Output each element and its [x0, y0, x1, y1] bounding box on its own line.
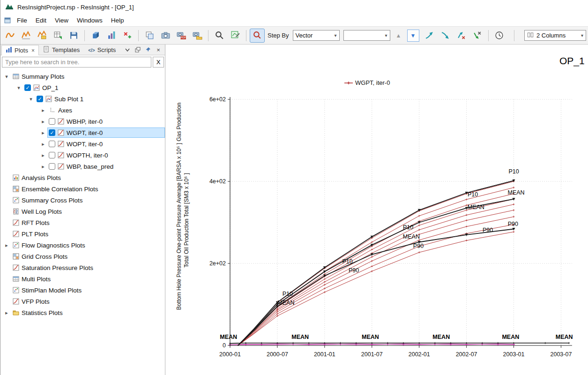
tree-item-label: Analysis Plots — [22, 174, 61, 181]
chevron-right-icon[interactable]: ▸ — [39, 119, 47, 125]
toolbar-separator — [84, 30, 85, 41]
chevron-down-icon[interactable] — [124, 46, 131, 53]
summary-plot-canvas[interactable]: P10MEANP10P90P10MEANP90P10MEANP90P10MEAN… — [165, 45, 588, 375]
svg-text:P10: P10 — [283, 291, 293, 297]
tree-item-sub-plot-1[interactable]: ▾✓Sub Plot 1 — [0, 93, 165, 105]
tree-item-rft-plots[interactable]: RFT Plots — [0, 217, 165, 228]
tree-item-wopt-iter-0[interactable]: ▸WOPT, iter-0 — [0, 138, 165, 150]
tree-item-analysis-plots[interactable]: Analysis Plots — [0, 172, 165, 183]
refresh-plots-icon[interactable] — [50, 29, 65, 43]
tree-item-summary-cross-plots[interactable]: Summary Cross Plots — [0, 195, 165, 206]
chevron-right-icon[interactable]: ▸ — [39, 107, 47, 113]
step-by-combobox[interactable]: Vector▾ — [293, 30, 340, 41]
menu-item-file[interactable]: File — [13, 15, 31, 26]
tree-item-summary-plots[interactable]: ▾Summary Plots — [0, 71, 165, 82]
chevron-right-icon[interactable]: ▸ — [2, 242, 11, 248]
checkbox-unchecked[interactable] — [49, 152, 55, 158]
tree-item-label: Statistics Plots — [22, 309, 63, 316]
tree-item-plt-plots[interactable]: PLT Plots — [0, 228, 165, 240]
svg-text:2000-01: 2000-01 — [219, 351, 241, 358]
save-project-icon[interactable] — [66, 29, 81, 43]
curve-filter-up-icon[interactable] — [454, 29, 469, 43]
tree-item-statistics-plots[interactable]: ▸Statistics Plots — [0, 307, 165, 318]
chevron-right-icon[interactable]: ▸ — [39, 141, 47, 147]
chevron-right-icon[interactable]: ▸ — [39, 152, 47, 158]
close-icon[interactable]: × — [155, 46, 162, 53]
tree-item-vfp-plots[interactable]: VFP Plots — [0, 296, 165, 307]
curve-editor-icon[interactable] — [228, 29, 243, 43]
chevron-down-icon[interactable]: ▾ — [15, 85, 23, 91]
clock-icon[interactable] — [492, 29, 507, 43]
tree-item-flow-diagnostics-plots[interactable]: ▸Flow Diagnostics Plots — [0, 240, 165, 251]
tree-item-saturation-pressure-plots[interactable]: Saturation Pressure Plots — [0, 262, 165, 273]
menu-item-view[interactable]: View — [51, 15, 73, 26]
snapshot-folder-icon[interactable] — [190, 29, 205, 43]
svg-text:MEAN: MEAN — [508, 189, 525, 196]
step-prev-button[interactable]: ▲ — [393, 30, 405, 42]
import-ensemble-icon[interactable] — [34, 29, 49, 43]
checkbox-unchecked[interactable] — [49, 163, 55, 170]
tab-scripts[interactable]: </>Scripts — [84, 45, 120, 55]
new-3d-view-icon[interactable] — [88, 29, 103, 43]
tab-close-icon[interactable]: × — [31, 47, 35, 54]
checkbox-checked[interactable]: ✓ — [24, 84, 31, 91]
checkbox-checked[interactable]: ✓ — [49, 129, 55, 136]
float-window-icon[interactable] — [134, 46, 141, 53]
curve-up-icon[interactable] — [422, 29, 437, 43]
tree-item-label: WBP, base_pred — [67, 163, 113, 170]
step-next-button[interactable]: ▼ — [407, 30, 419, 42]
chevron-right-icon[interactable]: ▸ — [39, 130, 47, 136]
tree-item-label: Summary Plots — [22, 73, 65, 80]
tree-item-wbp-base-pred[interactable]: ▸WBP, base_pred — [0, 161, 165, 172]
open-project-icon[interactable] — [2, 29, 17, 43]
import-summary-case-icon[interactable] — [18, 29, 33, 43]
tab-templates[interactable]: Templates — [39, 45, 84, 55]
chevron-right-icon[interactable]: ▸ — [39, 164, 47, 170]
tree-search-input[interactable] — [2, 57, 151, 68]
tree-item-wopth-iter-0[interactable]: ▸WOPTH, iter-0 — [0, 150, 165, 161]
menu-item-edit[interactable]: Edit — [31, 15, 51, 26]
tree-item-ensemble-correlation-plots[interactable]: Ensemble Correlation Plots — [0, 183, 165, 195]
snapshot-pdf-icon[interactable]: PDF — [174, 29, 189, 43]
snapshot-clipboard-icon[interactable] — [158, 29, 173, 43]
tree-item-label: Multi Plots — [22, 276, 51, 283]
checkbox-unchecked[interactable] — [49, 118, 55, 125]
copy-snapshot-icon[interactable] — [142, 29, 157, 43]
plot-columns-combobox[interactable]: 2 Columns▾ — [524, 30, 586, 41]
curve-icon — [12, 264, 20, 271]
tree-item-op-1[interactable]: ▾✓OP_1 — [0, 82, 165, 93]
tree-item-axes[interactable]: ▸Axes — [0, 105, 165, 116]
tree-item-wgpt-iter-0[interactable]: ▸✓WGPT, iter-0 — [0, 127, 165, 138]
step-highlight-icon[interactable] — [250, 29, 265, 43]
menu-item-help[interactable]: Help — [107, 15, 128, 26]
svg-text:P10: P10 — [468, 191, 478, 198]
svg-text:2003-07: 2003-07 — [551, 351, 572, 358]
curve-down-icon[interactable] — [438, 29, 453, 43]
checkbox-unchecked[interactable] — [49, 141, 55, 147]
plot-area: P10MEANP10P90P10MEANP90P10MEANP90P10MEAN… — [165, 45, 588, 375]
svg-text:P90: P90 — [483, 227, 493, 233]
toolbar-separator — [514, 30, 514, 41]
step-value-combobox[interactable]: ▾ — [343, 30, 390, 41]
tree-item-stimplan-model-plots[interactable]: StimPlan Model Plots — [0, 285, 165, 296]
tree-item-grid-cross-plots[interactable]: Grid Cross Plots — [0, 251, 165, 262]
tree-item-well-log-plots[interactable]: Well Log Plots — [0, 206, 165, 217]
tab-plots[interactable]: Plots× — [1, 45, 39, 55]
chevron-right-icon[interactable]: ▸ — [2, 310, 11, 316]
chevron-down-icon[interactable]: ▾ — [27, 96, 35, 102]
zoom-all-icon[interactable] — [212, 29, 227, 43]
title-bar: ResInsightProject.rsp - ResInsight - [OP… — [0, 0, 588, 14]
curve-filter-down-icon[interactable] — [470, 29, 485, 43]
tree-item-multi-plots[interactable]: Multi Plots — [0, 273, 165, 285]
tree-item-label: WGPT, iter-0 — [67, 129, 103, 136]
menu-item-windows[interactable]: Windows — [73, 15, 107, 26]
new-plot-window-icon[interactable] — [104, 29, 119, 43]
pin-icon[interactable] — [144, 46, 152, 53]
tab-label: Scripts — [97, 46, 116, 53]
checkbox-checked[interactable]: ✓ — [37, 96, 43, 102]
delete-create-icon[interactable] — [120, 29, 135, 43]
tree-item-wbhp-iter-0[interactable]: ▸WBHP, iter-0 — [0, 116, 165, 127]
chevron-down-icon[interactable]: ▾ — [2, 74, 11, 80]
well-log-icon — [12, 208, 20, 215]
search-clear-button[interactable]: X — [153, 57, 164, 68]
